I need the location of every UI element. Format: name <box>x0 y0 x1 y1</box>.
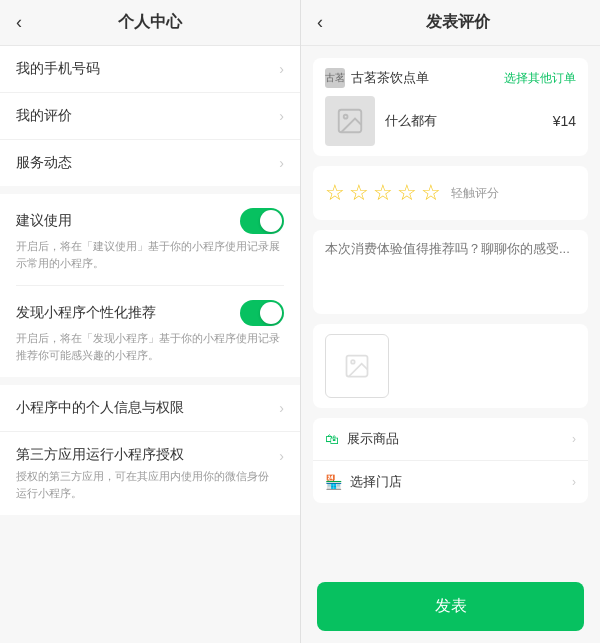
review-content: 古茗 古茗茶饮点单 选择其他订单 什么都有 ¥14 <box>301 46 600 570</box>
svg-point-1 <box>344 115 348 119</box>
rating-hint: 轻触评分 <box>451 185 499 202</box>
star-3[interactable]: ☆ <box>373 180 393 206</box>
order-store: 古茗 古茗茶饮点单 <box>325 68 429 88</box>
option-store-label: 选择门店 <box>350 473 564 491</box>
menu-item-third-party[interactable]: 第三方应用运行小程序授权 授权的第三方应用，可在其应用内使用你的微信身份运行小程… <box>0 432 300 515</box>
menu-item-service-label: 服务动态 <box>16 154 72 172</box>
settings-discover-title: 发现小程序个性化推荐 <box>16 304 156 322</box>
extra-options: 🛍 展示商品 › 🏪 选择门店 › <box>313 418 588 503</box>
product-icon: 🛍 <box>325 431 339 447</box>
product-arrow-icon: › <box>572 432 576 446</box>
stars-container[interactable]: ☆ ☆ ☆ ☆ ☆ <box>325 180 441 206</box>
right-panel: ‹ 发表评价 古茗 古茗茶饮点单 选择其他订单 <box>300 0 600 643</box>
settings-item-suggest: 建议使用 开启后，将在「建议使用」基于你的小程序使用记录展示常用的小程序。 <box>16 194 284 286</box>
order-item: 什么都有 ¥14 <box>325 96 576 146</box>
settings-suggest-title: 建议使用 <box>16 212 72 230</box>
toggle-suggest[interactable] <box>240 208 284 234</box>
store-arrow-icon: › <box>572 475 576 489</box>
store-name: 古茗茶饮点单 <box>351 69 429 87</box>
upload-box[interactable] <box>325 334 389 398</box>
star-5[interactable]: ☆ <box>421 180 441 206</box>
option-product-label: 展示商品 <box>347 430 564 448</box>
menu-item-privacy-label: 小程序中的个人信息与权限 <box>16 399 184 417</box>
order-card-header: 古茗 古茗茶饮点单 选择其他订单 <box>325 68 576 88</box>
settings-suggest-desc: 开启后，将在「建议使用」基于你的小程序使用记录展示常用的小程序。 <box>16 238 284 271</box>
review-arrow-icon: › <box>279 108 284 124</box>
right-back-button[interactable]: ‹ <box>317 12 323 33</box>
menu-group-bottom: 小程序中的个人信息与权限 › 第三方应用运行小程序授权 授权的第三方应用，可在其… <box>0 385 300 515</box>
left-back-button[interactable]: ‹ <box>16 12 22 33</box>
review-textarea-container <box>313 230 588 314</box>
third-party-content: 第三方应用运行小程序授权 授权的第三方应用，可在其应用内使用你的微信身份运行小程… <box>16 446 279 501</box>
menu-group-main: 我的手机号码 › 我的评价 › 服务动态 › <box>0 46 300 186</box>
image-upload-area <box>313 324 588 408</box>
privacy-arrow-icon: › <box>279 400 284 416</box>
star-1[interactable]: ☆ <box>325 180 345 206</box>
submit-button[interactable]: 发表 <box>317 582 584 631</box>
menu-item-privacy[interactable]: 小程序中的个人信息与权限 › <box>0 385 300 432</box>
menu-item-review-label: 我的评价 <box>16 107 72 125</box>
select-other-button[interactable]: 选择其他订单 <box>504 70 576 87</box>
svg-point-3 <box>351 360 355 364</box>
toggle-discover[interactable] <box>240 300 284 326</box>
star-rating-row: ☆ ☆ ☆ ☆ ☆ 轻触评分 <box>313 166 588 220</box>
service-arrow-icon: › <box>279 155 284 171</box>
third-party-arrow-icon: › <box>279 448 284 464</box>
left-panel: ‹ 个人中心 我的手机号码 › 我的评价 › 服务动态 › 建议使用 开启后，将… <box>0 0 300 643</box>
menu-item-service[interactable]: 服务动态 › <box>0 140 300 186</box>
star-4[interactable]: ☆ <box>397 180 417 206</box>
store-icon-label: 古茗 <box>325 71 345 85</box>
settings-group: 建议使用 开启后，将在「建议使用」基于你的小程序使用记录展示常用的小程序。 发现… <box>0 194 300 377</box>
settings-item-discover-header: 发现小程序个性化推荐 <box>16 300 284 326</box>
option-select-store[interactable]: 🏪 选择门店 › <box>313 461 588 503</box>
store-icon: 古茗 <box>325 68 345 88</box>
third-party-desc: 授权的第三方应用，可在其应用内使用你的微信身份运行小程序。 <box>16 468 279 501</box>
item-image <box>325 96 375 146</box>
right-title: 发表评价 <box>331 12 584 33</box>
submit-area: 发表 <box>301 570 600 643</box>
right-header: ‹ 发表评价 <box>301 0 600 46</box>
menu-item-review[interactable]: 我的评价 › <box>0 93 300 140</box>
settings-item-discover: 发现小程序个性化推荐 开启后，将在「发现小程序」基于你的小程序使用记录推荐你可能… <box>16 286 284 377</box>
left-title: 个人中心 <box>118 12 182 33</box>
left-header: ‹ 个人中心 <box>0 0 300 46</box>
third-party-title: 第三方应用运行小程序授权 <box>16 446 279 464</box>
menu-item-phone-label: 我的手机号码 <box>16 60 100 78</box>
item-name: 什么都有 <box>385 112 543 130</box>
star-2[interactable]: ☆ <box>349 180 369 206</box>
phone-arrow-icon: › <box>279 61 284 77</box>
item-price: ¥14 <box>553 113 576 129</box>
review-input[interactable] <box>325 240 576 300</box>
menu-item-phone[interactable]: 我的手机号码 › <box>0 46 300 93</box>
option-show-product[interactable]: 🛍 展示商品 › <box>313 418 588 461</box>
settings-item-suggest-header: 建议使用 <box>16 208 284 234</box>
store-select-icon: 🏪 <box>325 474 342 490</box>
order-card: 古茗 古茗茶饮点单 选择其他订单 什么都有 ¥14 <box>313 58 588 156</box>
settings-discover-desc: 开启后，将在「发现小程序」基于你的小程序使用记录推荐你可能感兴趣的小程序。 <box>16 330 284 363</box>
